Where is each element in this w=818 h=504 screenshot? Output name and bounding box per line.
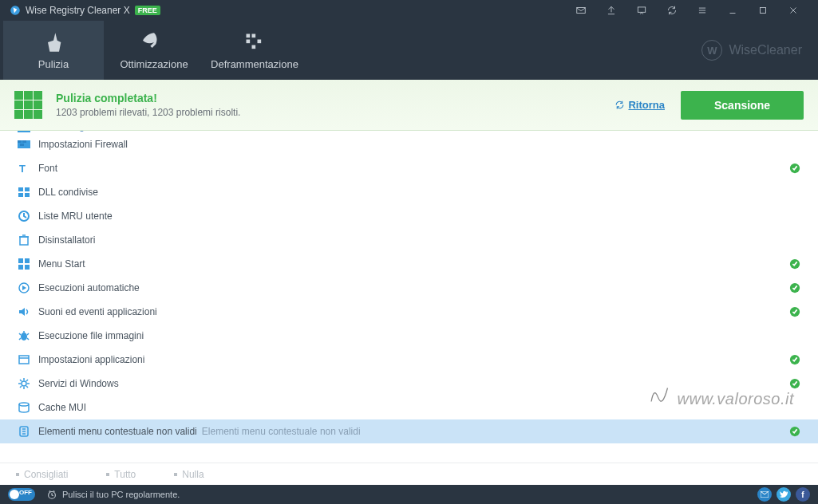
- tab-label: Deframmentazione: [211, 58, 298, 70]
- svg-rect-22: [20, 144, 24, 146]
- svg-rect-16: [24, 110, 33, 119]
- help-icon: [18, 131, 30, 132]
- sound-icon: [18, 305, 30, 318]
- svg-rect-25: [18, 187, 23, 191]
- svg-rect-31: [18, 258, 23, 263]
- row-label: Esecuzione file immagini: [38, 330, 144, 341]
- results-list[interactable]: File della guida Impostazioni Firewall T…: [0, 131, 818, 463]
- row-label: Liste MRU utente: [38, 211, 113, 222]
- filter-label: Tutto: [114, 469, 136, 480]
- svg-rect-8: [252, 45, 256, 49]
- defrag-icon: [243, 31, 266, 53]
- tab-pulizia[interactable]: Pulizia: [3, 21, 104, 80]
- list-item[interactable]: Impostazioni applicazioni: [0, 348, 818, 372]
- svg-rect-15: [14, 110, 23, 119]
- list-item[interactable]: Menu Start: [0, 252, 818, 276]
- startmenu-icon: [18, 258, 30, 270]
- svg-rect-40: [19, 356, 29, 364]
- check-icon: [789, 378, 800, 389]
- list-item[interactable]: DLL condivise: [0, 180, 818, 204]
- row-label: Impostazioni applicazioni: [38, 354, 144, 365]
- row-label: Esecuzioni automatiche: [38, 282, 140, 293]
- footer-bar: OFF Pulisci il tuo PC regolarmente. f: [0, 485, 818, 504]
- tab-deframmentazione[interactable]: Deframmentazione: [204, 21, 305, 80]
- row-label: Font: [38, 163, 57, 174]
- schedule-toggle[interactable]: OFF: [8, 488, 35, 501]
- tab-ottimizzazione[interactable]: Ottimizzazione: [104, 21, 204, 80]
- svg-rect-5: [252, 33, 256, 37]
- row-label: Servizi di Windows: [38, 378, 119, 389]
- list-item[interactable]: Elementi menu contestuale non validi Ele…: [0, 419, 818, 443]
- main-tabs: Pulizia Ottimizzazione Deframmentazione …: [0, 21, 818, 80]
- appsettings-icon: [18, 353, 30, 366]
- row-label: Elementi menu contestuale non validi: [38, 426, 197, 437]
- list-item[interactable]: Esecuzioni automatiche: [0, 276, 818, 300]
- dll-icon: [18, 186, 30, 199]
- feedback-icon[interactable]: [626, 0, 657, 21]
- svg-rect-17: [34, 110, 42, 119]
- svg-rect-11: [34, 91, 42, 100]
- svg-rect-2: [638, 7, 645, 12]
- svg-rect-13: [24, 100, 33, 109]
- filter-nulla[interactable]: Nulla: [174, 469, 204, 480]
- filter-tutto[interactable]: Tutto: [106, 469, 136, 480]
- check-icon: [789, 163, 800, 174]
- titlebar: Wise Registry Cleaner X FREE: [0, 0, 818, 21]
- svg-rect-27: [18, 193, 23, 197]
- broom-icon: [42, 31, 65, 53]
- banner-subtitle: 1203 problemi rilevati, 1203 problemi ri…: [56, 107, 614, 118]
- svg-rect-28: [25, 193, 30, 197]
- svg-point-42: [22, 381, 26, 386]
- clock-icon: [46, 489, 57, 500]
- svg-rect-4: [247, 33, 251, 37]
- app-icon: [10, 5, 21, 16]
- row-label: Cache MUI: [38, 402, 86, 413]
- bug-icon: [18, 329, 30, 342]
- svg-rect-21: [22, 140, 26, 143]
- scan-button[interactable]: Scansione: [681, 91, 804, 120]
- social-mail[interactable]: [757, 487, 772, 502]
- contextmenu-icon: [18, 425, 30, 438]
- social-twitter[interactable]: [777, 487, 791, 502]
- svg-rect-10: [24, 91, 33, 100]
- toggle-label: OFF: [19, 489, 32, 496]
- app-title: Wise Registry Cleaner X: [26, 5, 130, 16]
- svg-rect-12: [14, 100, 23, 109]
- mru-icon: [18, 210, 30, 222]
- list-item[interactable]: Liste MRU utente: [0, 204, 818, 228]
- mail-icon[interactable]: [566, 0, 596, 21]
- maximize-button[interactable]: [748, 0, 778, 21]
- filter-bar: Consigliati Tutto Nulla: [0, 463, 818, 485]
- list-item[interactable]: Suoni ed eventi applicazioni: [0, 300, 818, 324]
- social-facebook[interactable]: f: [796, 487, 810, 502]
- list-item[interactable]: Impostazioni Firewall: [0, 132, 818, 156]
- svg-point-39: [21, 333, 27, 341]
- check-icon: [789, 282, 800, 293]
- svg-rect-6: [247, 39, 251, 43]
- return-link[interactable]: Ritorna: [614, 99, 665, 111]
- filter-consigliati[interactable]: Consigliati: [16, 469, 68, 480]
- list-item[interactable]: Esecuzione file immagini: [0, 324, 818, 348]
- list-item[interactable]: T Font: [0, 156, 818, 180]
- list-item[interactable]: Servizi di Windows: [0, 372, 818, 396]
- row-label: File della guida: [38, 131, 103, 132]
- minimize-button[interactable]: [717, 0, 748, 21]
- tab-label: Pulizia: [38, 58, 69, 70]
- grid-icon: [14, 91, 43, 120]
- upgrade-icon[interactable]: [596, 0, 626, 21]
- svg-rect-33: [18, 265, 23, 270]
- row-label: Suoni ed eventi applicazioni: [38, 306, 157, 317]
- refresh-icon[interactable]: [657, 0, 687, 21]
- svg-rect-30: [20, 237, 28, 245]
- brand-text: WiseCleaner: [729, 43, 802, 57]
- svg-rect-1: [577, 8, 586, 14]
- filter-label: Consigliati: [24, 469, 68, 480]
- close-button[interactable]: [778, 0, 808, 21]
- svg-rect-3: [761, 8, 766, 14]
- list-item[interactable]: Cache MUI: [0, 396, 818, 419]
- row-detail: Elementi menu contestuale non validi: [202, 426, 361, 437]
- list-item[interactable]: Disinstallatori: [0, 228, 818, 252]
- menu-icon[interactable]: [687, 0, 717, 21]
- check-icon: [789, 426, 800, 437]
- return-label: Ritorna: [628, 99, 665, 111]
